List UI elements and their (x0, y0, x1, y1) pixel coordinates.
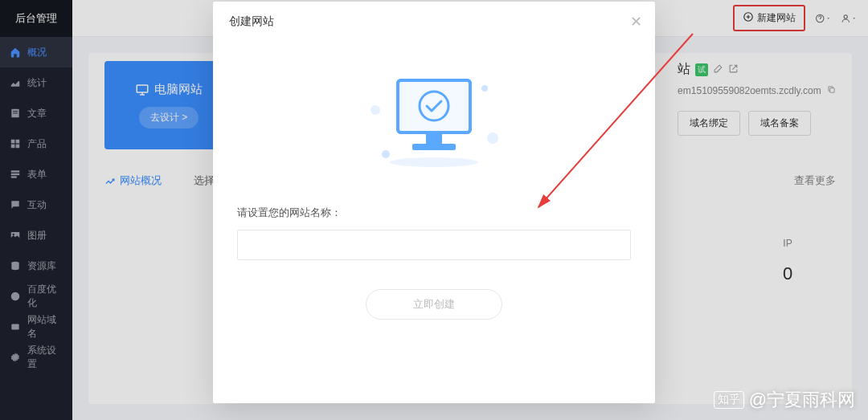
svg-point-22 (481, 85, 488, 92)
svg-rect-27 (398, 80, 470, 133)
svg-rect-31 (412, 144, 456, 150)
modal-overlay: 创建网站 ✕ 请设置您的网站名称： (0, 0, 868, 420)
site-name-input[interactable] (237, 230, 631, 260)
svg-point-24 (487, 133, 498, 144)
svg-point-23 (371, 105, 380, 115)
create-site-modal: 创建网站 ✕ 请设置您的网站名称： (213, 2, 655, 403)
svg-point-21 (382, 150, 390, 158)
close-icon[interactable]: ✕ (630, 13, 642, 31)
zhihu-logo: 知乎 (714, 391, 744, 409)
monitor-check-illustration (237, 66, 631, 173)
modal-label: 请设置您的网站名称： (237, 206, 631, 220)
watermark: 知乎 @宁夏雨科网 (714, 388, 855, 412)
create-now-button[interactable]: 立即创建 (366, 289, 502, 320)
watermark-text: @宁夏雨科网 (749, 388, 855, 412)
svg-point-25 (390, 157, 478, 167)
svg-rect-30 (426, 133, 442, 144)
modal-title: 创建网站 (213, 2, 655, 42)
